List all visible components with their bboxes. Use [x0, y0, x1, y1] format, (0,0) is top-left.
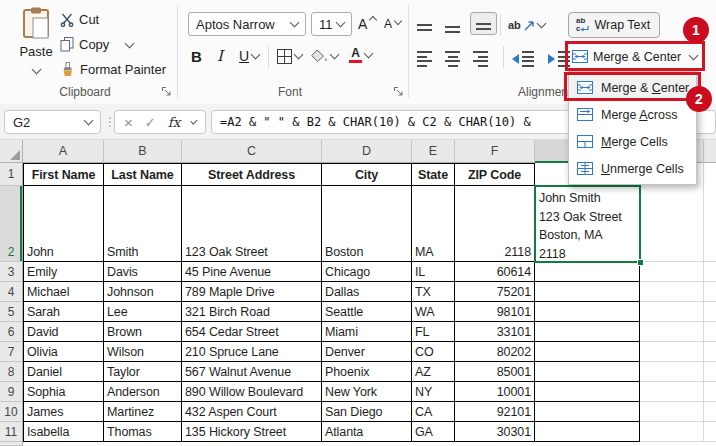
bottom-align-button[interactable] [470, 12, 497, 35]
cell[interactable]: AZ [412, 362, 455, 382]
menu-item-merge-across[interactable]: Merge Across [569, 101, 696, 128]
cell[interactable]: ZIP Code [455, 163, 535, 186]
font-color-button[interactable]: A [349, 43, 372, 67]
top-align-button[interactable] [417, 15, 432, 39]
cell[interactable]: 75201 [455, 282, 535, 302]
cell[interactable]: 45 Pine Avenue [182, 262, 322, 282]
cell[interactable]: FL [412, 322, 455, 342]
row-header-9[interactable]: 9 [0, 382, 23, 402]
cell[interactable]: 432 Aspen Court [182, 402, 322, 422]
cell[interactable] [640, 262, 704, 282]
cell[interactable]: Last Name [104, 163, 182, 186]
center-button[interactable] [445, 47, 460, 71]
fx-chevron-icon[interactable] [191, 117, 198, 124]
cell[interactable]: WA [412, 302, 455, 322]
borders-button[interactable] [277, 44, 302, 68]
cell[interactable] [535, 402, 640, 422]
cell[interactable]: Dallas [322, 282, 412, 302]
cell[interactable]: Wilson [104, 342, 182, 362]
select-all-button[interactable] [0, 140, 23, 163]
cell[interactable]: 654 Cedar Street [182, 322, 322, 342]
fill-handle[interactable] [637, 259, 644, 266]
fill-color-button[interactable] [311, 44, 338, 68]
copy-button[interactable]: Copy [60, 37, 133, 52]
cell[interactable] [704, 163, 716, 186]
cell[interactable]: 98101 [455, 302, 535, 322]
cell[interactable] [535, 342, 640, 362]
format-painter-button[interactable]: Format Painter [60, 62, 166, 77]
cell[interactable]: IL [412, 262, 455, 282]
row-header-4[interactable]: 4 [0, 282, 23, 302]
cell[interactable] [640, 382, 704, 402]
cell[interactable]: City [322, 163, 412, 186]
cell[interactable] [535, 422, 640, 442]
cell[interactable] [704, 302, 716, 322]
underline-button[interactable]: U [239, 44, 259, 68]
cell[interactable]: Chicago [322, 262, 412, 282]
cell[interactable]: 10001 [455, 382, 535, 402]
cell[interactable]: Martinez [104, 402, 182, 422]
grow-font-button[interactable]: A [358, 12, 376, 36]
cell[interactable] [535, 362, 640, 382]
cell[interactable]: Emily [23, 262, 104, 282]
cell[interactable]: Davis [104, 262, 182, 282]
cell[interactable] [535, 262, 640, 282]
cell[interactable]: San Diego [322, 402, 412, 422]
align-left-button[interactable] [417, 47, 432, 71]
copy-chevron-icon[interactable] [125, 38, 135, 48]
font-name-chevron-icon[interactable] [290, 18, 300, 28]
clipboard-dialog-launcher-icon[interactable] [162, 87, 172, 97]
cell[interactable]: GA [412, 422, 455, 442]
column-header-d[interactable]: D [322, 140, 412, 163]
menu-item-merge-and-center[interactable]: Merge & Center [569, 74, 696, 101]
cell[interactable] [535, 302, 640, 322]
menu-item-unmerge-cells[interactable]: Unmerge Cells [569, 155, 696, 182]
cell[interactable]: Lee [104, 302, 182, 322]
enter-icon[interactable]: ✓ [145, 115, 156, 130]
row-header-11[interactable]: 11 [0, 422, 23, 442]
cell[interactable] [640, 302, 704, 322]
cell[interactable]: Atlanta [322, 422, 412, 442]
cut-button[interactable]: Cut [60, 12, 99, 27]
cell[interactable]: John [23, 186, 104, 262]
cell[interactable]: David [23, 322, 104, 342]
wrap-text-button[interactable]: ab c Wrap Text [568, 12, 660, 38]
row-header-6[interactable]: 6 [0, 322, 23, 342]
cell[interactable]: 30301 [455, 422, 535, 442]
cell[interactable]: CA [412, 402, 455, 422]
cell[interactable]: 2118 [455, 186, 535, 262]
cell[interactable] [640, 402, 704, 422]
cell[interactable]: Johnson [104, 282, 182, 302]
row-header-10[interactable]: 10 [0, 402, 23, 422]
underline-chevron-icon[interactable] [251, 50, 261, 60]
font-dialog-launcher-icon[interactable] [394, 87, 404, 97]
font-size-combo[interactable]: 11 [311, 12, 352, 36]
name-box[interactable]: G2 [4, 110, 101, 134]
cell[interactable] [535, 282, 640, 302]
name-box-chevron-icon[interactable] [84, 116, 94, 126]
cell[interactable]: Seattle [322, 302, 412, 322]
row-header-2[interactable]: 2 [0, 186, 23, 262]
orientation-chevron-icon[interactable] [536, 19, 546, 29]
column-header-i[interactable] [704, 140, 716, 163]
cell[interactable]: Street Address [182, 163, 322, 186]
column-header-c[interactable]: C [182, 140, 322, 163]
cell[interactable]: First Name [23, 163, 104, 186]
column-header-f[interactable]: F [455, 140, 535, 163]
cell[interactable] [704, 262, 716, 282]
cell[interactable]: State [412, 163, 455, 186]
font-color-chevron-icon[interactable] [364, 49, 374, 59]
insert-function-icon[interactable]: fx [168, 114, 181, 130]
cell[interactable] [640, 322, 704, 342]
cell[interactable]: NY [412, 382, 455, 402]
cell[interactable]: Olivia [23, 342, 104, 362]
middle-align-button[interactable] [445, 15, 460, 39]
column-header-e[interactable]: E [412, 140, 455, 163]
cell[interactable]: 92101 [455, 402, 535, 422]
row-header-1[interactable]: 1 [0, 163, 23, 186]
cell[interactable]: 567 Walnut Avenue [182, 362, 322, 382]
cell[interactable] [704, 342, 716, 362]
cell[interactable] [704, 402, 716, 422]
cell[interactable]: James [23, 402, 104, 422]
menu-item-merge-cells[interactable]: Merge Cells [569, 128, 696, 155]
